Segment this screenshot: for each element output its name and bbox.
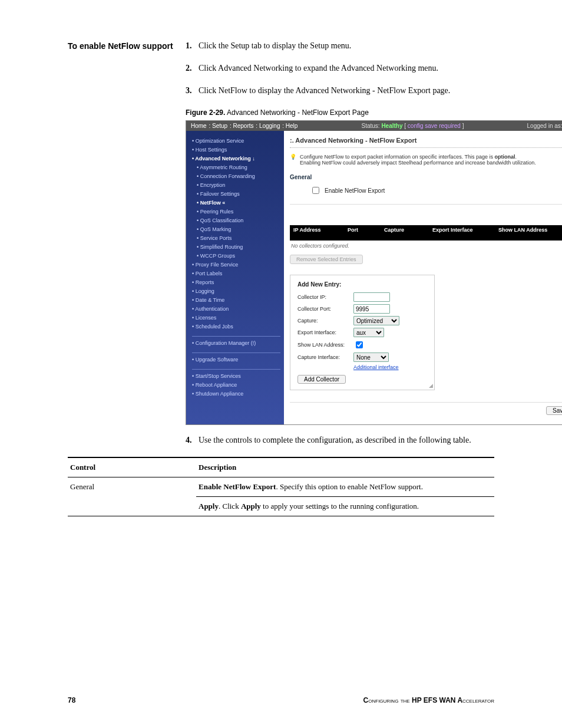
sidebar-item[interactable]: • Logging: [192, 287, 280, 296]
screenshot-frame: Home : Setup : Reports : Logging : Help …: [186, 120, 562, 425]
step-text: Click Advanced Networking to expand the …: [199, 64, 562, 73]
sidebar-item[interactable]: • Simplified Routing: [197, 243, 280, 252]
show-lan-label: Show LAN Address:: [297, 342, 353, 348]
general-header: General: [290, 174, 562, 180]
capture-label: Capture:: [297, 318, 353, 324]
sidebar-item[interactable]: • Configuration Manager (!): [192, 339, 280, 348]
sidebar-item[interactable]: • NetFlow «: [197, 199, 280, 207]
export-interface-select[interactable]: aux: [353, 328, 384, 337]
sidebar-item[interactable]: • Reboot Appliance: [192, 381, 280, 390]
step-number: 3.: [186, 86, 199, 95]
sidebar-item[interactable]: • Start/Stop Services: [192, 372, 280, 381]
page-footer: 78 Configuring the HP EFS WAN Accelerato…: [68, 696, 494, 704]
topbar-tabs: Home : Setup : Reports : Logging : Help: [191, 123, 298, 129]
page-title: :. Advanced Networking - NetFlow Export: [290, 137, 416, 144]
capture-select[interactable]: Optimized: [353, 316, 399, 325]
sidebar-item[interactable]: • Shutdown Appliance: [192, 390, 280, 398]
collector-port-input[interactable]: [353, 304, 390, 314]
collectors-table-header: IP Address Port Capture Export Interface…: [290, 225, 562, 241]
sidebar-item[interactable]: • Scheduled Jobs: [192, 322, 280, 331]
tab-home[interactable]: Home: [191, 123, 207, 129]
info-notice: 💡 Configure NetFlow to export packet inf…: [290, 154, 562, 166]
step-text: Click NetFlow to display the Advanced Ne…: [199, 86, 562, 95]
table-cell: General: [68, 477, 196, 516]
step-number: 2.: [186, 64, 199, 73]
sidebar-item[interactable]: • Peering Rules: [197, 207, 280, 216]
tab-help[interactable]: Help: [286, 123, 298, 129]
tab-logging[interactable]: Logging: [259, 123, 280, 129]
export-interface-label: Export Interface:: [297, 330, 353, 335]
remove-selected-button[interactable]: Remove Selected Entries: [290, 255, 363, 264]
add-collector-button[interactable]: Add Collector: [297, 375, 346, 384]
sidebar-item[interactable]: • Port Labels: [192, 269, 280, 278]
table-cell: Enable NetFlow Export. Specify this opti…: [196, 477, 494, 497]
sidebar-item[interactable]: • Licenses: [192, 314, 280, 322]
sidebar-item[interactable]: • WCCP Groups: [197, 252, 280, 261]
status-text: Status: Healthy [ config save required ]: [361, 123, 464, 129]
app-topbar: Home : Setup : Reports : Logging : Help …: [186, 121, 562, 131]
collector-port-label: Collector Port:: [297, 306, 353, 312]
sidebar-item[interactable]: • Proxy File Service: [192, 261, 280, 269]
capture-interface-select[interactable]: None: [353, 353, 389, 362]
table-header-control: Control: [68, 457, 196, 477]
form-title: Add New Entry:: [297, 281, 427, 288]
login-info: Logged in as: admin [ logout ]: [527, 123, 562, 129]
sidebar-item[interactable]: • Failover Settings: [197, 190, 280, 199]
main-panel: :. Advanced Networking - NetFlow Export …: [284, 131, 562, 424]
table-cell: Apply. Click Apply to apply your setting…: [196, 497, 494, 516]
sidebar-item[interactable]: • Reports: [192, 278, 280, 287]
sidebar-item[interactable]: • Asymmetric Routing: [197, 163, 280, 172]
step-number: 1.: [186, 41, 199, 51]
step-text: Use the controls to complete the configu…: [199, 436, 494, 445]
section-heading: To enable NetFlow support: [68, 41, 186, 425]
footer-title: Configuring the HP EFS WAN Accelerator: [363, 696, 494, 704]
config-save-link[interactable]: config save required: [408, 123, 461, 129]
sidebar-item[interactable]: • Host Settings: [192, 146, 280, 154]
sidebar-item[interactable]: • QoS Classification: [197, 216, 280, 225]
lightbulb-icon: 💡: [290, 154, 296, 160]
sidebar-item[interactable]: • Optimization Service: [192, 137, 280, 146]
sidebar-item[interactable]: • QoS Marking: [197, 225, 280, 234]
sidebar-item[interactable]: • Authentication: [192, 305, 280, 314]
tab-setup[interactable]: Setup: [212, 123, 227, 129]
resize-handle-icon[interactable]: ◢: [429, 383, 433, 388]
sidebar-item[interactable]: • Encryption: [197, 181, 280, 190]
collector-ip-label: Collector IP:: [297, 294, 353, 300]
sidebar-item[interactable]: • Date & Time: [192, 296, 280, 305]
sidebar-item[interactable]: • Advanced Networking ↓: [192, 154, 280, 163]
enable-netflow-label: Enable NetFlow Export: [325, 187, 385, 194]
page-number: 78: [68, 696, 75, 704]
step-text: Click the Setup tab to display the Setup…: [199, 41, 562, 51]
show-lan-checkbox[interactable]: [356, 341, 363, 348]
steps-list: 1.Click the Setup tab to display the Set…: [186, 41, 562, 95]
sidebar: • Optimization Service• Host Settings• A…: [186, 131, 284, 424]
figure-caption: Figure 2-29. Advanced Networking - NetFl…: [186, 108, 562, 117]
save-button[interactable]: Save: [546, 406, 562, 415]
step-number: 4.: [186, 436, 199, 445]
capture-interface-label: Capture Interface:: [297, 354, 353, 360]
sidebar-item[interactable]: • Upgrade Software: [192, 355, 280, 364]
enable-netflow-checkbox[interactable]: [312, 187, 319, 194]
description-table: Control Description General Enable NetFl…: [68, 457, 494, 516]
tab-reports[interactable]: Reports: [233, 123, 254, 129]
sidebar-item[interactable]: • Connection Forwarding: [197, 172, 280, 181]
collector-ip-input[interactable]: [353, 292, 390, 302]
table-header-description: Description: [196, 457, 494, 477]
additional-interface-link[interactable]: Additional interface: [353, 364, 399, 370]
add-entry-form: Add New Entry: Collector IP: Collector P…: [290, 275, 435, 390]
table-empty-message: No collectors configured.: [290, 241, 562, 255]
sidebar-item[interactable]: • Service Ports: [197, 234, 280, 243]
